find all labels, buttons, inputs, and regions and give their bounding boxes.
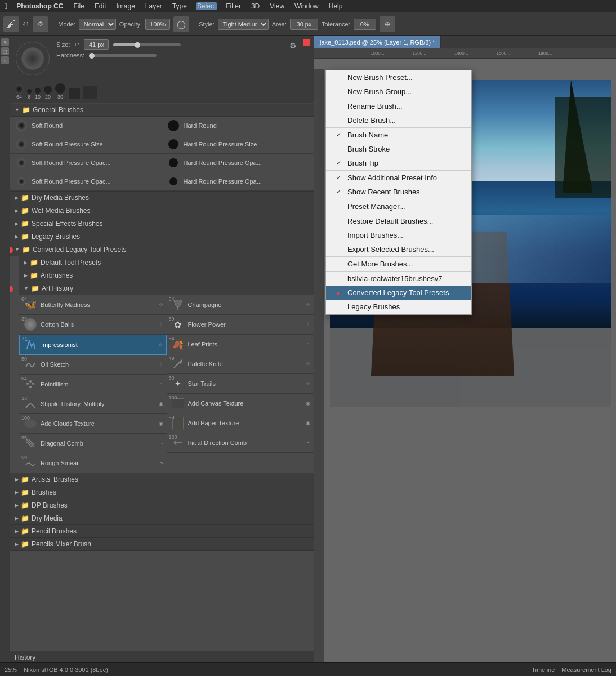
recent-brush-4[interactable]: 20	[44, 86, 52, 100]
menu-bsilvia[interactable]: bsilvia-realwater15brushesv7	[326, 272, 471, 286]
menu-select[interactable]: Select	[196, 2, 217, 10]
menu-3d[interactable]: 3D	[250, 2, 261, 10]
ah-rough-smear[interactable]: 59 Rough Smear ~	[19, 453, 167, 473]
size-slider[interactable]	[113, 41, 282, 48]
ah-diagonal-comb[interactable]: 95 Diagonal Comb	[19, 434, 167, 453]
ah-cotton-balls[interactable]: 39 Cotton Balls ☆	[19, 315, 167, 335]
menu-help[interactable]: Help	[328, 2, 344, 10]
menu-export-brushes[interactable]: Export Selected Brushes...	[326, 242, 471, 256]
ah-pointillism[interactable]: 54	[19, 375, 167, 394]
recent-brush-5[interactable]: 30	[55, 83, 65, 100]
section-brushes-header[interactable]: ▶ 📁 Brushes	[10, 486, 314, 499]
menu-import-brushes[interactable]: Import Brushes...	[326, 228, 471, 242]
section-art-history-header[interactable]: ▼ 📁 Art History	[19, 282, 314, 295]
tab-measurement-log[interactable]: Measurement Log	[561, 666, 611, 673]
section-special-header[interactable]: ▶ 📁 Special Effects Brushes	[10, 217, 314, 230]
tab-timeline[interactable]: Timeline	[532, 666, 555, 673]
section-default-tool-header[interactable]: ▶ 📁 Default Tool Presets	[19, 256, 314, 269]
menu-delete-brush[interactable]: Delete Brush...	[326, 113, 471, 127]
ah-add-clouds[interactable]: 100 Add Clouds Texture ◉	[19, 414, 167, 434]
brush-tool-icon[interactable]: 🖌	[3, 16, 19, 32]
menu-brush-stroke[interactable]: Brush Stroke	[326, 142, 471, 156]
brush-soft-round-pressure-opac1[interactable]: Soft Round Pressure Opac...	[10, 154, 162, 172]
size-input[interactable]	[84, 39, 109, 50]
tolerance-input[interactable]	[354, 19, 376, 30]
menu-get-more[interactable]: Get More Brushes...	[326, 257, 471, 271]
menu-view[interactable]: View	[269, 2, 285, 10]
ah-stipple[interactable]: 33 Stipple History, Multiply ◉	[19, 394, 167, 414]
brush-soft-round[interactable]: Soft Round	[10, 117, 162, 135]
menu-new-brush-group[interactable]: New Brush Group...	[326, 84, 471, 99]
menu-window[interactable]: Window	[293, 2, 320, 10]
ah-add-canvas[interactable]: 100 Add Canvas Texture ◉	[167, 394, 314, 413]
brush-hard-round-pressure-opac2[interactable]: Hard Round Pressure Opa...	[162, 172, 314, 191]
section-airbrushes-header[interactable]: ▶ 📁 Airbrushes	[19, 269, 314, 282]
sample-icon[interactable]: ⊕	[380, 16, 395, 32]
hardness-label: Hardness:	[56, 52, 84, 59]
menu-show-additional[interactable]: ✓ Show Additional Preset Info	[326, 171, 471, 185]
section-wet-media-header[interactable]: ▶ 📁 Wet Media Brushes	[10, 204, 314, 217]
menu-brush-tip[interactable]: ✓ Brush Tip	[326, 156, 471, 170]
opacity-input[interactable]	[145, 19, 170, 30]
tool-move[interactable]: ↖	[1, 38, 9, 46]
brush-hard-round-pressure-opac1[interactable]: Hard Round Pressure Opa...	[162, 154, 314, 172]
section-artists-header[interactable]: ▶ 📁 Artists' Brushes	[10, 473, 314, 486]
recent-brush-2[interactable]: 8	[27, 89, 32, 100]
ah-leaf-prints[interactable]: 84 🍂 Leaf Prints ☆	[167, 335, 314, 354]
mode-select[interactable]: Normal	[79, 19, 116, 30]
section-general-header[interactable]: ▼ 📁 General Brushes	[10, 104, 314, 117]
menu-image[interactable]: Image	[115, 2, 136, 10]
section-converted-header[interactable]: ▼ 📁 Converted Legacy Tool Presets	[10, 243, 314, 256]
recent-brush-3[interactable]: 10	[35, 88, 41, 100]
brush-hard-round-pressure-size[interactable]: Hard Round Pressure Size	[162, 135, 314, 154]
menu-rename-brush[interactable]: Rename Brush...	[326, 99, 471, 113]
brush-panel-options-icon[interactable]: ⚙	[287, 39, 299, 52]
recent-brush-7[interactable]	[83, 86, 97, 100]
section-legacy-header[interactable]: ▶ 📁 Legacy Brushes	[10, 230, 314, 243]
canvas-tab[interactable]: jake_0113.psd @ 25% (Layer 1, RGB/8) *	[314, 36, 441, 48]
tool-lasso[interactable]: ○	[1, 56, 9, 64]
menu-brush-name[interactable]: ✓ Brush Name	[326, 128, 471, 142]
area-input[interactable]	[290, 19, 318, 30]
menu-show-recent[interactable]: ✓ Show Recent Brushes	[326, 185, 471, 199]
section-art-history-folder-icon: 📁	[31, 284, 39, 292]
size-reset-icon[interactable]: ↩	[74, 41, 79, 48]
menu-converted-legacy-tool[interactable]: ● Converted Legacy Tool Presets	[326, 286, 471, 300]
ah-palette-knife[interactable]: 49 Palette Knife ☆	[167, 354, 314, 374]
ah-impressionist[interactable]: 41 Impressionist ☆	[19, 335, 167, 355]
app-name[interactable]: Photoshop CC	[15, 2, 64, 10]
brush-soft-round-pressure-size[interactable]: Soft Round Pressure Size	[10, 135, 162, 154]
style-select[interactable]: Tight Medium	[218, 19, 269, 30]
menu-file[interactable]: File	[72, 2, 85, 10]
section-pencils-mixer-header[interactable]: ▶ 📁 Pencils Mixer Brush	[10, 538, 314, 551]
menu-filter[interactable]: Filter	[225, 2, 242, 10]
hardness-slider[interactable]	[89, 52, 282, 59]
menu-preset-manager[interactable]: Preset Manager...	[326, 199, 471, 214]
ah-oil-sketch[interactable]: 50 Oil Sketch ☆	[19, 355, 167, 375]
menu-new-brush-preset[interactable]: New Brush Preset...	[326, 70, 471, 84]
menu-type[interactable]: Type	[171, 2, 188, 10]
opacity-icon[interactable]: ◯	[173, 16, 189, 32]
recent-brush-1[interactable]: 64	[15, 84, 24, 100]
menu-layer[interactable]: Layer	[144, 2, 163, 10]
ah-flower-power[interactable]: 69 ✿ Flower Power ☆	[167, 315, 314, 335]
section-dp-header[interactable]: ▶ 📁 DP Brushes	[10, 499, 314, 512]
section-pencil-header[interactable]: ▶ 📁 Pencil Brushes	[10, 525, 314, 538]
section-pencils-label: Pencils Mixer Brush	[32, 540, 91, 548]
ah-add-paper[interactable]: 90 Add Paper Texture ◉	[167, 413, 314, 433]
ah-butterfly-madness[interactable]: 64 🦋 Butterfly Madness ☆	[19, 295, 167, 315]
brush-soft-round-pressure-opac2[interactable]: Soft Round Pressure Opac...	[10, 172, 162, 191]
menu-edit[interactable]: Edit	[93, 2, 108, 10]
menu-restore-default[interactable]: Restore Default Brushes...	[326, 214, 471, 228]
section-dry-media-header[interactable]: ▶ 📁 Dry Media Brushes	[10, 192, 314, 204]
ah-champagne[interactable]: 54 Champagne ☆	[167, 295, 314, 315]
canvas-area[interactable]: New Brush Preset... New Brush Group... R…	[314, 59, 616, 676]
ah-star-trails[interactable]: 30 ✦ Star Trails ☆	[167, 374, 314, 394]
ah-initial-dir[interactable]: 120 Initial Direc	[167, 433, 314, 453]
recent-brush-6[interactable]	[69, 88, 80, 100]
section-dry-media2-header[interactable]: ▶ 📁 Dry Media	[10, 512, 314, 525]
menu-legacy-brushes[interactable]: Legacy Brushes	[326, 300, 471, 314]
brush-hard-round[interactable]: Hard Round	[162, 117, 314, 135]
tool-marquee[interactable]: ⬚	[1, 47, 9, 55]
brush-options-icon[interactable]: ⚙	[33, 16, 48, 32]
